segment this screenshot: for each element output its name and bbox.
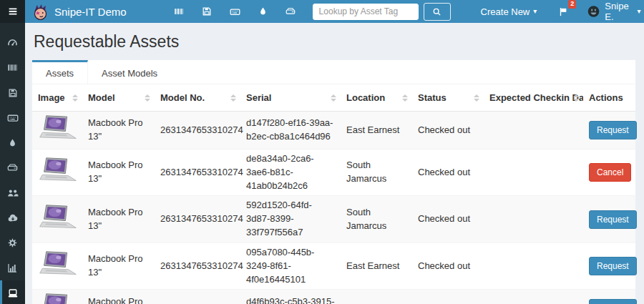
asset-thumbnail[interactable] bbox=[38, 250, 78, 278]
droplet-icon bbox=[8, 138, 17, 147]
search-icon bbox=[432, 7, 441, 16]
user-menu[interactable]: Snipe E. ▾ bbox=[587, 1, 640, 22]
cell-expected-checkin bbox=[484, 290, 583, 304]
column-header-location[interactable]: Location bbox=[341, 84, 412, 112]
main-content: Requestable Assets Assets Asset Models I… bbox=[25, 23, 644, 304]
table-row: Macbook Pro 13" 2631347653310274 592d152… bbox=[32, 196, 635, 243]
macbook-image bbox=[38, 204, 78, 231]
sidebar-item-accessories[interactable] bbox=[0, 105, 25, 130]
asset-thumbnail[interactable] bbox=[38, 157, 78, 184]
cell-location: South Jamarcus bbox=[341, 196, 412, 243]
column-header-serial[interactable]: Serial bbox=[240, 84, 341, 112]
create-new-dropdown[interactable]: Create New ▾ bbox=[481, 6, 537, 17]
macbook-image bbox=[38, 157, 78, 184]
flag-icon bbox=[558, 6, 569, 17]
sort-icon[interactable] bbox=[72, 94, 78, 102]
column-header-expected-checkin[interactable]: Expected Checkin Date bbox=[484, 84, 583, 112]
search-input[interactable] bbox=[313, 4, 419, 20]
column-header-model-no[interactable]: Model No. bbox=[155, 84, 240, 112]
tab-asset-models[interactable]: Asset Models bbox=[88, 60, 171, 84]
macbook-image bbox=[38, 250, 78, 278]
create-new-label: Create New bbox=[481, 6, 530, 17]
cell-model-no: 2631347653310274 bbox=[155, 242, 240, 290]
request-button[interactable]: Request bbox=[589, 257, 637, 275]
cell-serial: de8a34a0-2ca6-3ae6-b81c-41ab0b24b2c6 bbox=[240, 149, 341, 196]
tab-assets[interactable]: Assets bbox=[32, 60, 88, 84]
cell-expected-checkin bbox=[484, 112, 583, 149]
sidebar-item-reports[interactable] bbox=[0, 255, 25, 280]
column-header-image[interactable]: Image bbox=[32, 84, 82, 112]
top-navbar: Snipe-IT Demo Create New ▾ 2 Snipe E. ▾ bbox=[0, 0, 644, 23]
cell-model: Macbook Pro 13" bbox=[82, 112, 155, 149]
request-button[interactable]: Request bbox=[589, 299, 637, 304]
brand[interactable]: Snipe-IT Demo bbox=[25, 3, 127, 21]
chevron-down-icon: ▾ bbox=[533, 8, 537, 15]
sidebar-item-licenses[interactable] bbox=[0, 80, 25, 105]
table-row: Macbook Pro 13" 2631347653310274 d147f28… bbox=[32, 112, 635, 149]
sort-icon[interactable] bbox=[331, 94, 336, 102]
sidebar-item-settings[interactable] bbox=[0, 230, 25, 255]
column-header-status[interactable]: Status bbox=[412, 84, 484, 112]
asset-thumbnail[interactable] bbox=[38, 114, 78, 142]
sidebar-item-dashboard[interactable] bbox=[0, 30, 25, 55]
keyboard-icon[interactable] bbox=[230, 6, 240, 17]
sidebar-item-import[interactable] bbox=[0, 205, 25, 230]
bar-chart-icon bbox=[7, 263, 18, 273]
sort-icon[interactable] bbox=[230, 94, 236, 102]
macbook-image bbox=[38, 293, 78, 304]
macbook-image bbox=[38, 114, 78, 142]
save-icon[interactable] bbox=[202, 6, 212, 16]
sidebar-item-components[interactable] bbox=[0, 155, 25, 180]
sidebar-toggle-button[interactable] bbox=[0, 0, 25, 23]
cell-model-no: 2631347653310274 bbox=[155, 149, 240, 196]
keyboard-icon bbox=[7, 112, 19, 124]
cell-model-no: 2631347653310274 bbox=[155, 112, 240, 149]
asset-thumbnail[interactable] bbox=[38, 204, 78, 231]
cancel-button[interactable]: Cancel bbox=[589, 163, 631, 182]
search-button[interactable] bbox=[424, 3, 451, 21]
cell-serial: d147f280-ef16-39aa-b2ec-cb8a1c464d96 bbox=[240, 112, 341, 149]
cell-model: Macbook Pro 13" bbox=[82, 196, 155, 243]
sidebar-item-consumables[interactable] bbox=[0, 130, 25, 155]
snipe-mascot-logo-icon bbox=[31, 3, 49, 21]
hdd-icon[interactable] bbox=[286, 6, 296, 16]
request-button[interactable]: Request bbox=[589, 121, 637, 139]
cloud-icon bbox=[7, 212, 19, 224]
cell-model-no: 2631347653310274 bbox=[155, 290, 240, 304]
cell-model: Macbook Pro 13" bbox=[82, 149, 155, 196]
users-icon bbox=[7, 187, 19, 199]
navbar-shortcuts bbox=[174, 6, 296, 17]
laptop-icon bbox=[7, 288, 19, 299]
sidebar-item-assets[interactable] bbox=[0, 55, 25, 80]
barcode-icon[interactable] bbox=[174, 6, 184, 16]
cell-location: South Jamarcus bbox=[341, 149, 412, 196]
cell-serial: 592d1520-64fd-3d87-8399-33f797f556a7 bbox=[240, 196, 341, 243]
column-header-model[interactable]: Model bbox=[82, 84, 155, 112]
cell-status: Checked out bbox=[412, 290, 484, 304]
asset-thumbnail[interactable] bbox=[38, 293, 78, 304]
cell-status: Checked out bbox=[412, 149, 484, 196]
table-row: Macbook Pro 13" 2631347653310274 d4f6b93… bbox=[32, 290, 635, 304]
sidebar-item-requestable[interactable] bbox=[0, 280, 25, 304]
sort-icon[interactable] bbox=[145, 94, 150, 102]
sort-icon[interactable] bbox=[573, 94, 579, 102]
request-button[interactable]: Request bbox=[589, 210, 637, 229]
cell-location: East Earnest bbox=[341, 112, 412, 149]
user-name: Snipe E. bbox=[605, 1, 632, 22]
assets-table-card: Image Model Model No. Serial Location St… bbox=[32, 84, 635, 304]
requestable-assets-table: Image Model Model No. Serial Location St… bbox=[32, 84, 635, 304]
droplet-icon[interactable] bbox=[258, 6, 268, 16]
notifications-flag[interactable]: 2 bbox=[558, 5, 569, 18]
page-title: Requestable Assets bbox=[34, 32, 635, 52]
table-row: Macbook Pro 13" 2631347653310274 de8a34a… bbox=[32, 149, 635, 196]
sort-icon[interactable] bbox=[474, 94, 479, 102]
barcode-icon bbox=[7, 62, 18, 73]
save-icon bbox=[8, 88, 18, 98]
gear-icon bbox=[7, 237, 18, 248]
sidebar-item-people[interactable] bbox=[0, 180, 25, 205]
notification-badge: 2 bbox=[568, 0, 576, 9]
sort-icon[interactable] bbox=[402, 94, 408, 102]
table-row: Macbook Pro 13" 2631347653310274 095a708… bbox=[32, 242, 635, 290]
cell-expected-checkin bbox=[484, 242, 583, 290]
cell-status: Checked out bbox=[412, 242, 484, 290]
